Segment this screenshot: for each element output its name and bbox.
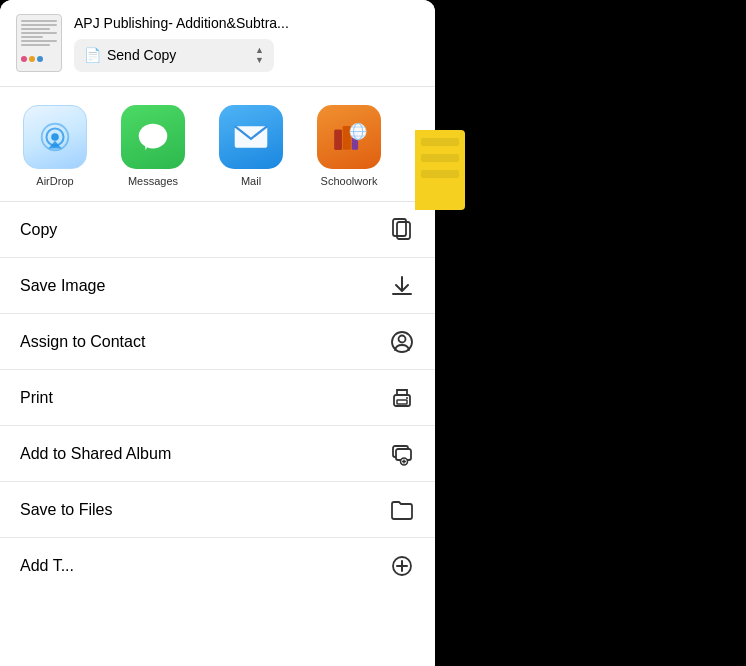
save-files-label: Save to Files	[20, 501, 112, 519]
svg-point-19	[399, 335, 406, 342]
add-t-icon	[389, 553, 415, 579]
header-right: APJ Publishing- Addition&Subtra... 📄 Sen…	[74, 15, 419, 72]
save-files-menu-item[interactable]: Save to Files	[0, 482, 435, 538]
right-overlay	[435, 0, 746, 666]
messages-app-icon	[121, 105, 185, 169]
print-menu-item[interactable]: Print	[0, 370, 435, 426]
mail-app-icon	[219, 105, 283, 169]
schoolwork-app-item[interactable]: Schoolwork	[304, 105, 394, 187]
schoolwork-app-icon	[317, 105, 381, 169]
print-label: Print	[20, 389, 53, 407]
share-panel: APJ Publishing- Addition&Subtra... 📄 Sen…	[0, 0, 435, 666]
save-files-icon	[389, 497, 415, 523]
mail-app-item[interactable]: Mail	[206, 105, 296, 187]
airdrop-app-item[interactable]: AirDrop	[10, 105, 100, 187]
svg-point-22	[406, 397, 408, 399]
menu-list: Copy Save Image Assign to Contact	[0, 202, 435, 594]
copy-icon	[389, 217, 415, 243]
save-image-menu-item[interactable]: Save Image	[0, 258, 435, 314]
schoolwork-svg-icon	[329, 117, 369, 157]
schoolwork-label: Schoolwork	[321, 175, 378, 187]
airdrop-label: AirDrop	[36, 175, 73, 187]
svg-rect-8	[343, 126, 351, 150]
svg-point-3	[139, 124, 168, 149]
svg-rect-21	[397, 400, 407, 404]
doc-thumbnail	[16, 14, 62, 72]
add-t-menu-item[interactable]: Add T...	[0, 538, 435, 594]
svg-rect-7	[334, 130, 341, 150]
svg-point-0	[51, 133, 59, 141]
save-image-icon	[389, 273, 415, 299]
print-icon	[389, 385, 415, 411]
doc-title: APJ Publishing- Addition&Subtra...	[74, 15, 354, 31]
assign-contact-icon	[389, 329, 415, 355]
sticky-note	[415, 130, 465, 210]
share-header: APJ Publishing- Addition&Subtra... 📄 Sen…	[0, 0, 435, 87]
app-icons-row: AirDrop Messages Mail	[0, 87, 435, 202]
messages-label: Messages	[128, 175, 178, 187]
dropdown-arrows-icon: ▲ ▼	[255, 46, 264, 65]
messages-svg-icon	[134, 118, 172, 156]
save-image-label: Save Image	[20, 277, 105, 295]
add-t-label: Add T...	[20, 557, 74, 575]
document-icon: 📄	[84, 47, 101, 63]
assign-contact-menu-item[interactable]: Assign to Contact	[0, 314, 435, 370]
shared-album-icon	[389, 441, 415, 467]
messages-app-item[interactable]: Messages	[108, 105, 198, 187]
copy-menu-item[interactable]: Copy	[0, 202, 435, 258]
assign-contact-label: Assign to Contact	[20, 333, 145, 351]
copy-label: Copy	[20, 221, 57, 239]
send-copy-left: 📄 Send Copy	[84, 47, 176, 63]
send-copy-label: Send Copy	[107, 47, 176, 63]
add-shared-album-label: Add to Shared Album	[20, 445, 171, 463]
add-shared-album-menu-item[interactable]: Add to Shared Album	[0, 426, 435, 482]
airdrop-svg-icon	[36, 118, 74, 156]
mail-svg-icon	[232, 119, 270, 155]
send-copy-dropdown[interactable]: 📄 Send Copy ▲ ▼	[74, 39, 274, 72]
airdrop-app-icon	[23, 105, 87, 169]
mail-label: Mail	[241, 175, 261, 187]
